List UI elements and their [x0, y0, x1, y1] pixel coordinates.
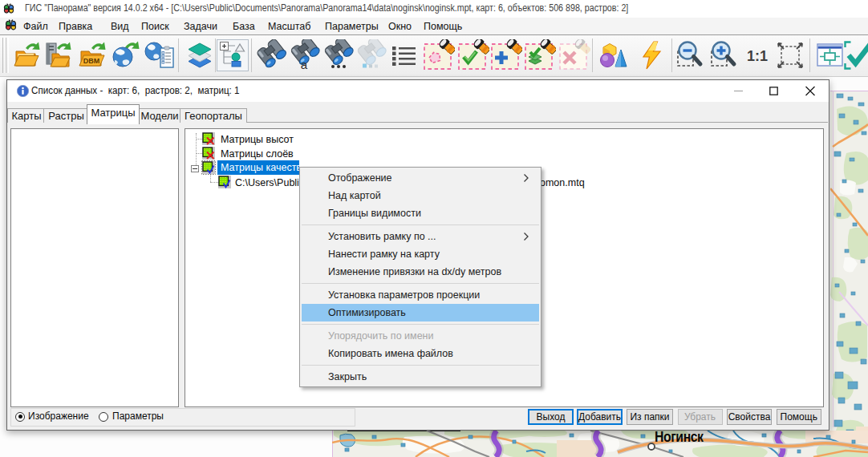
- svg-text:1:1: 1:1: [747, 48, 768, 64]
- svg-text:DBM: DBM: [83, 57, 100, 65]
- svg-text:a: a: [301, 58, 308, 71]
- svg-text:Ногинск: Ногинск: [655, 431, 704, 445]
